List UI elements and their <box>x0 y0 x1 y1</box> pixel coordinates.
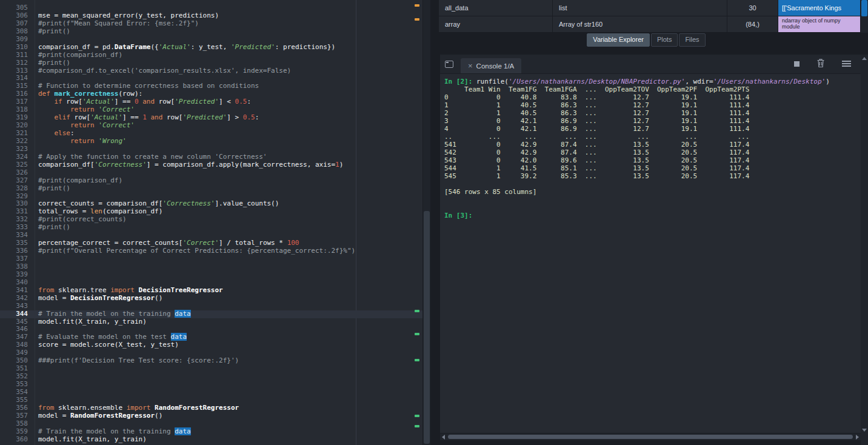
line-number[interactable]: 306 <box>0 12 28 20</box>
line-number[interactable]: 343 <box>0 303 28 310</box>
line-number[interactable]: 356 <box>0 404 28 412</box>
editor-line[interactable]: 350###print(f'Decision Tree Test score: … <box>0 357 422 365</box>
line-number[interactable]: 321 <box>0 130 28 138</box>
line-number[interactable]: 354 <box>0 389 28 396</box>
line-number[interactable]: 340 <box>0 279 28 287</box>
occurrence-marker[interactable] <box>415 333 419 335</box>
line-number[interactable]: 341 <box>0 287 28 295</box>
line-number[interactable]: 339 <box>0 271 28 279</box>
variable-value-cell[interactable]: ndarray object of numpy module <box>778 16 861 32</box>
editor-line[interactable]: 357model = RandomForestRegressor() <box>0 412 422 420</box>
editor-line[interactable]: 352 <box>0 373 422 381</box>
console-line: 542 0 42.9 87.4 ... 13.5 20.5 117.4 <box>444 149 861 156</box>
editor-line[interactable]: 333#print() <box>0 224 422 232</box>
variable-size-cell[interactable]: 30 <box>727 0 778 16</box>
variable-row[interactable]: arrayArray of str160(84,)ndarray object … <box>439 16 861 33</box>
line-number[interactable]: 307 <box>0 20 28 28</box>
new-window-icon[interactable] <box>445 61 453 68</box>
variable-name-cell[interactable]: array <box>439 16 553 32</box>
editor-line[interactable]: 348score = model.score(X_test, y_test) <box>0 341 422 349</box>
occurrence-marker[interactable] <box>415 425 419 427</box>
warning-marker[interactable] <box>415 18 419 21</box>
code-editor-pane[interactable]: 305306mse = mean_squared_error(y_test, p… <box>0 0 430 445</box>
editor-line[interactable]: 360model.fit(X_train, y_train) <box>0 436 422 444</box>
editor-scrollbar-thumb[interactable] <box>424 211 430 444</box>
variable-explorer-scrollbar[interactable] <box>861 0 868 33</box>
line-number[interactable]: 344 <box>0 310 28 318</box>
editor-code-area[interactable]: 305306mse = mean_squared_error(y_test, p… <box>0 4 422 444</box>
variable-explorer-panel[interactable]: all_datalist30[['Sacramento KingsarrayAr… <box>439 0 861 33</box>
console-hscrollbar-thumb[interactable] <box>448 435 853 439</box>
line-number[interactable]: 325 <box>0 161 28 169</box>
tab-plots[interactable]: Plots <box>651 33 678 47</box>
editor-line[interactable]: 353 <box>0 381 422 389</box>
close-icon[interactable]: × <box>468 62 473 70</box>
editor-vertical-scrollbar[interactable] <box>422 0 430 445</box>
line-number[interactable]: 342 <box>0 295 28 303</box>
editor-line[interactable]: 351 <box>0 365 422 373</box>
occurrence-marker[interactable] <box>415 415 419 417</box>
editor-line[interactable]: 322 return 'Wrong' <box>0 138 422 146</box>
line-number[interactable]: 358 <box>0 420 28 428</box>
line-number[interactable]: 355 <box>0 396 28 404</box>
editor-line[interactable]: 308#print() <box>0 28 422 36</box>
editor-line[interactable]: 337 <box>0 255 422 263</box>
code-text: total_rows = len(comparison_df) <box>38 207 162 215</box>
console-panel[interactable]: × Console 1/A In [2]: runfile('/Users/na… <box>440 55 861 440</box>
tab-files[interactable]: Files <box>679 33 705 47</box>
line-number[interactable]: 323 <box>0 146 28 153</box>
line-number[interactable]: 309 <box>0 36 28 44</box>
console-tab[interactable]: × Console 1/A <box>461 58 521 73</box>
editor-line[interactable]: 338 <box>0 263 422 271</box>
console-line <box>444 196 861 204</box>
line-number[interactable]: 338 <box>0 263 28 271</box>
editor-line[interactable]: 336#print(f"Overall Percentage of Correc… <box>0 247 422 255</box>
variable-size-cell[interactable]: (84,) <box>727 16 778 32</box>
line-number[interactable]: 360 <box>0 436 28 444</box>
scroll-right-arrow-icon[interactable] <box>856 435 859 440</box>
code-text: # Function to determine correctness base… <box>38 82 259 90</box>
editor-line[interactable]: 339 <box>0 271 422 279</box>
tab-variable-explorer[interactable]: Variable Explorer <box>587 33 650 47</box>
variable-name-cell[interactable]: all_data <box>439 0 553 16</box>
scroll-down-arrow-icon[interactable] <box>862 429 867 432</box>
editor-line[interactable]: 342model = DecisionTreeRegressor() <box>0 295 422 303</box>
console-output[interactable]: In [2]: runfile('/Users/nathankarns/Desk… <box>440 74 861 433</box>
variable-row[interactable]: all_datalist30[['Sacramento Kings <box>439 0 861 16</box>
line-number[interactable]: 353 <box>0 381 28 389</box>
console-horizontal-scrollbar[interactable] <box>440 433 861 440</box>
editor-line[interactable]: 345model.fit(X_train, y_train) <box>0 318 422 326</box>
line-number[interactable]: 311 <box>0 52 28 59</box>
variable-type-cell[interactable]: Array of str160 <box>553 16 727 32</box>
occurrence-marker[interactable] <box>415 359 419 361</box>
stop-icon[interactable] <box>794 61 800 67</box>
line-number[interactable]: 310 <box>0 44 28 52</box>
console-vertical-scrollbar[interactable] <box>861 55 868 445</box>
line-number[interactable]: 322 <box>0 138 28 146</box>
warning-marker[interactable] <box>415 4 419 7</box>
editor-line[interactable]: 313#comparison_df.to_excel('comparison_r… <box>0 67 422 75</box>
variable-type-cell[interactable]: list <box>553 0 727 16</box>
editor-line[interactable]: 328#print() <box>0 185 422 193</box>
occurrence-marker[interactable] <box>415 310 419 312</box>
scroll-up-arrow-icon[interactable] <box>862 57 867 60</box>
editor-line[interactable]: 325comparison_df['Correctness'] = compar… <box>0 161 422 169</box>
hamburger-menu-icon[interactable] <box>842 61 851 62</box>
line-number[interactable]: 308 <box>0 28 28 36</box>
line-number[interactable]: 359 <box>0 428 28 436</box>
line-number[interactable]: 326 <box>0 169 28 177</box>
line-number[interactable]: 327 <box>0 177 28 185</box>
code-text: from sklearn.ensemble import RandomFores… <box>38 404 239 412</box>
editor-line[interactable]: 354 <box>0 389 422 396</box>
pane-splitter[interactable] <box>430 0 439 445</box>
variable-explorer-scrollbar-thumb[interactable] <box>861 0 867 16</box>
line-number[interactable]: 337 <box>0 255 28 263</box>
line-number[interactable]: 305 <box>0 4 28 12</box>
line-number[interactable]: 324 <box>0 153 28 161</box>
line-number[interactable]: 357 <box>0 412 28 420</box>
scroll-left-arrow-icon[interactable] <box>442 435 445 440</box>
line-number[interactable]: 328 <box>0 185 28 193</box>
trash-icon[interactable] <box>816 58 825 68</box>
variable-value-cell[interactable]: [['Sacramento Kings <box>778 0 861 16</box>
line-number[interactable]: 312 <box>0 59 28 67</box>
